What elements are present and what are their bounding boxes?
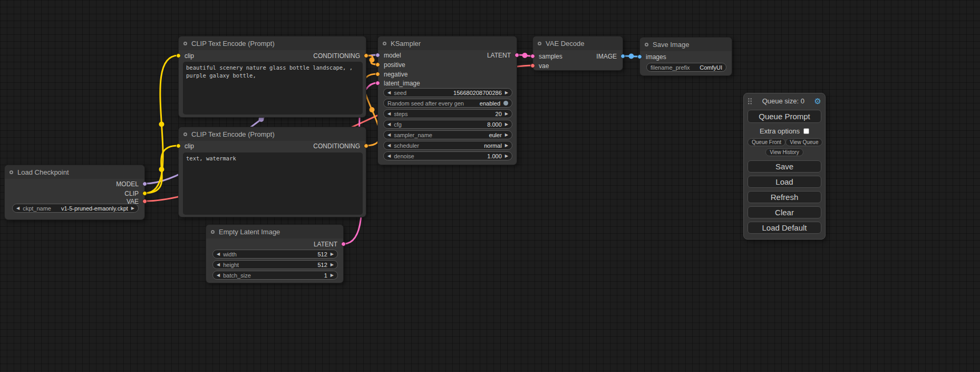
collapse-dot-icon[interactable]: [183, 132, 187, 136]
load-default-button[interactable]: Load Default: [748, 222, 821, 234]
node-title-bar[interactable]: Empty Latent Image: [206, 225, 343, 239]
scheduler-widget[interactable]: ◀ scheduler normal ▶: [383, 141, 512, 150]
load-button[interactable]: Load: [748, 176, 821, 188]
images-input-dot[interactable]: [637, 54, 642, 59]
node-vae-decode[interactable]: VAE Decode samples vae IMAGE: [532, 36, 623, 71]
collapse-dot-icon[interactable]: [383, 42, 386, 45]
model-output-dot[interactable]: [142, 182, 147, 186]
drag-handle-icon[interactable]: [748, 98, 752, 104]
widget-value: 512: [317, 251, 327, 257]
increment-arrow-icon[interactable]: ▶: [331, 262, 334, 267]
decrement-arrow-icon[interactable]: ◀: [387, 90, 391, 95]
conditioning-output-dot[interactable]: [364, 53, 368, 58]
steps-widget[interactable]: ◀ steps 20 ▶: [383, 109, 512, 118]
cfg-widget[interactable]: ◀ cfg 8.000 ▶: [383, 120, 512, 129]
widget-name: cfg: [394, 121, 402, 128]
clip-input-dot[interactable]: [176, 144, 181, 148]
height-widget[interactable]: ◀ height 512 ▶: [212, 260, 338, 269]
increment-arrow-icon[interactable]: ▶: [505, 143, 508, 148]
conditioning-output-dot[interactable]: [364, 144, 368, 148]
refresh-button[interactable]: Refresh: [748, 191, 821, 203]
increment-arrow-icon[interactable]: ▶: [131, 206, 134, 211]
queue-size-label: Queue size: 0: [762, 97, 804, 105]
increment-arrow-icon[interactable]: ▶: [331, 273, 334, 278]
node-clip-text-encode-negative[interactable]: CLIP Text Encode (Prompt) clip CONDITION…: [178, 127, 366, 217]
widget-name: steps: [394, 111, 407, 117]
collapse-dot-icon[interactable]: [211, 230, 215, 234]
decrement-arrow-icon[interactable]: ◀: [217, 273, 220, 278]
width-widget[interactable]: ◀ width 512 ▶: [212, 250, 338, 259]
node-title-bar[interactable]: CLIP Text Encode (Prompt): [179, 127, 366, 141]
collapse-dot-icon[interactable]: [183, 42, 187, 45]
node-title-bar[interactable]: VAE Decode: [533, 36, 623, 50]
save-button[interactable]: Save: [748, 160, 821, 173]
extra-options-label: Extra options: [760, 127, 800, 135]
extra-options-checkbox[interactable]: [803, 128, 809, 134]
toggle-dot-icon[interactable]: [503, 101, 508, 106]
decrement-arrow-icon[interactable]: ◀: [387, 111, 391, 116]
increment-arrow-icon[interactable]: ▶: [505, 122, 508, 127]
filename-prefix-widget[interactable]: filename_prefix ComfyUI: [646, 63, 726, 72]
port-samples-input: samples: [539, 53, 562, 60]
port-conditioning-output: CONDITIONING: [313, 142, 360, 150]
clip-input-dot[interactable]: [176, 53, 181, 58]
node-title-bar[interactable]: Load Checkpoint: [5, 165, 144, 179]
vae-output-dot[interactable]: [142, 199, 147, 204]
clear-button[interactable]: Clear: [748, 206, 821, 218]
denoise-widget[interactable]: ◀ denoise 1.000 ▶: [383, 151, 512, 160]
ckpt-name-widget[interactable]: ◀ ckpt_name v1-5-pruned-emaonly.ckpt ▶: [12, 204, 139, 213]
port-latent-output: LATENT: [487, 52, 511, 59]
positive-input-dot[interactable]: [375, 62, 380, 67]
node-title-bar[interactable]: CLIP Text Encode (Prompt): [179, 36, 366, 50]
seed-widget[interactable]: ◀ seed 156680208700286 ▶: [383, 88, 512, 97]
node-title: Load Checkpoint: [17, 168, 69, 176]
increment-arrow-icon[interactable]: ▶: [331, 252, 334, 256]
sampler-name-widget[interactable]: ◀ sampler_name euler ▶: [383, 130, 512, 139]
model-input-dot[interactable]: [375, 53, 380, 58]
decrement-arrow-icon[interactable]: ◀: [217, 262, 220, 267]
queue-panel[interactable]: Queue size: 0 ⚙ Queue Prompt Extra optio…: [743, 93, 826, 240]
node-ksampler[interactable]: KSampler model positive negative latent_…: [377, 36, 517, 165]
decrement-arrow-icon[interactable]: ◀: [16, 206, 20, 211]
node-title: Empty Latent Image: [219, 228, 280, 236]
settings-gear-icon[interactable]: ⚙: [814, 97, 821, 105]
graph-canvas[interactable]: Load Checkpoint MODEL CLIP VAE ◀ ckpt_na…: [0, 0, 980, 372]
increment-arrow-icon[interactable]: ▶: [505, 90, 508, 95]
collapse-dot-icon[interactable]: [9, 170, 13, 174]
node-clip-text-encode-positive[interactable]: CLIP Text Encode (Prompt) clip CONDITION…: [178, 36, 366, 118]
negative-input-dot[interactable]: [375, 72, 380, 77]
node-empty-latent-image[interactable]: Empty Latent Image LATENT ◀ width 512 ▶ …: [206, 224, 344, 283]
queue-front-button[interactable]: Queue Front: [748, 138, 785, 146]
increment-arrow-icon[interactable]: ▶: [505, 111, 508, 116]
widget-value: 156680208700286: [453, 90, 502, 96]
negative-prompt-textarea[interactable]: text, watermark: [183, 152, 363, 215]
increment-arrow-icon[interactable]: ▶: [505, 132, 508, 137]
decrement-arrow-icon[interactable]: ◀: [387, 132, 391, 137]
view-queue-button[interactable]: View Queue: [785, 138, 822, 146]
decrement-arrow-icon[interactable]: ◀: [387, 122, 391, 127]
node-load-checkpoint[interactable]: Load Checkpoint MODEL CLIP VAE ◀ ckpt_na…: [4, 165, 145, 220]
latent-output-dot[interactable]: [515, 53, 519, 58]
node-save-image[interactable]: Save Image images filename_prefix ComfyU…: [639, 37, 732, 76]
clip-output-dot[interactable]: [142, 191, 147, 196]
node-title-bar[interactable]: Save Image: [640, 37, 732, 51]
view-history-button[interactable]: View History: [765, 148, 803, 156]
port-latent-image-input: latent_image: [384, 80, 420, 87]
latent-output-dot[interactable]: [341, 242, 346, 246]
positive-prompt-textarea[interactable]: beautiful scenery nature glass bottle la…: [183, 62, 363, 115]
batch-size-widget[interactable]: ◀ batch_size 1 ▶: [212, 271, 338, 280]
link-midpoint-dot: [159, 122, 164, 127]
vae-input-dot[interactable]: [530, 63, 535, 68]
node-title-bar[interactable]: KSampler: [378, 36, 517, 50]
decrement-arrow-icon[interactable]: ◀: [387, 154, 391, 158]
collapse-dot-icon[interactable]: [645, 43, 648, 46]
image-output-dot[interactable]: [620, 54, 625, 59]
decrement-arrow-icon[interactable]: ◀: [387, 143, 391, 148]
collapse-dot-icon[interactable]: [538, 42, 541, 45]
latent-image-input-dot[interactable]: [375, 81, 380, 85]
increment-arrow-icon[interactable]: ▶: [505, 154, 508, 158]
random-seed-toggle-widget[interactable]: Random seed after every gen enabled: [383, 99, 512, 108]
samples-input-dot[interactable]: [530, 54, 535, 59]
queue-prompt-button[interactable]: Queue Prompt: [748, 110, 821, 123]
decrement-arrow-icon[interactable]: ◀: [217, 252, 220, 256]
